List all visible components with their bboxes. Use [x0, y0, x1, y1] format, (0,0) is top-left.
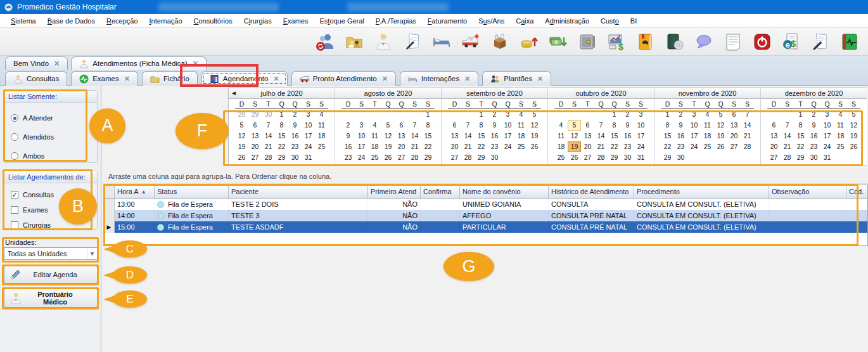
calendar-day[interactable]: 28 [262, 152, 275, 163]
calendar-day[interactable]: 2 [488, 109, 501, 120]
calendar-day[interactable]: 18 [315, 131, 328, 141]
calendar-day[interactable]: 1 [608, 109, 621, 120]
column-header-observacao[interactable]: Observação [769, 185, 846, 198]
calendar-day[interactable]: 9 [288, 120, 302, 131]
calendar-day[interactable]: 10 [355, 131, 368, 141]
calendar-day[interactable]: 10 [302, 120, 315, 131]
calendar-day[interactable]: 19 [235, 141, 248, 152]
calendar-day[interactable]: 18 [834, 131, 847, 141]
prontuario-medico-button[interactable]: Prontuário Médico [4, 289, 98, 308]
tab-atendimentos-ficha-médica-[interactable]: Atendimentos (Ficha Médica)✕ [71, 56, 207, 70]
calendar-day[interactable]: 9 [674, 120, 687, 131]
calendar-day[interactable]: 11 [834, 120, 847, 131]
menu-item-p-a-terapias[interactable]: P.A./Terapias [370, 15, 422, 27]
calendar-day[interactable]: 3 [634, 109, 648, 120]
menu-item-recep-o[interactable]: Recepção [101, 15, 144, 27]
calendar-day[interactable]: 8 [608, 120, 621, 131]
calendar-day[interactable]: 13 [727, 120, 741, 131]
calendar-day[interactable]: 19 [847, 131, 860, 141]
calendar-day[interactable]: 2 [674, 109, 687, 120]
menu-item-administra-o[interactable]: Administração [539, 15, 595, 27]
calendar-day[interactable]: 1 [275, 109, 288, 120]
calendar-day[interactable]: 28 [741, 141, 754, 152]
calendar-day[interactable]: 11 [554, 131, 568, 141]
calendar-day[interactable]: 19 [381, 141, 395, 152]
calendar-day[interactable]: 29 [661, 152, 674, 163]
billing-chart-icon[interactable]: $ [606, 31, 627, 53]
calendar-day[interactable]: 30 [288, 152, 302, 163]
calendar-day[interactable]: 5 [847, 109, 860, 120]
calendar-day[interactable]: 26 [235, 152, 248, 163]
calendar-day[interactable]: 15 [421, 131, 435, 141]
hospital-bed-icon[interactable] [431, 31, 452, 53]
calendar-day[interactable]: 25 [834, 141, 847, 152]
calendar-day[interactable]: 28 [781, 152, 794, 163]
calendar-day[interactable]: 7 [408, 120, 421, 131]
calendar-day[interactable]: 12 [714, 120, 727, 131]
calendar-day[interactable]: 17 [355, 141, 368, 152]
column-header-paciente[interactable]: Paciente [229, 185, 368, 198]
calendar-day[interactable]: 10 [820, 120, 834, 131]
menu-item-bi[interactable]: BI [625, 15, 642, 27]
doctor-icon[interactable] [373, 31, 394, 53]
tab-agendamento[interactable]: Agendamento✕ [201, 71, 288, 86]
calendar-day[interactable]: 20 [395, 141, 408, 152]
calendar-day[interactable]: 12 [847, 120, 860, 131]
calendar-day[interactable]: 15 [275, 131, 288, 141]
calendar-day[interactable]: 30 [807, 152, 820, 163]
calendar-day[interactable]: 27 [581, 152, 594, 163]
tab-pronto-atendimento[interactable]: Pronto Atendimento✕ [291, 71, 396, 86]
calendar-day[interactable]: 5 [528, 109, 541, 120]
appointment-row[interactable]: 13:00Fila de EsperaTESTE 2 DOISNÃOUNIMED… [104, 199, 867, 210]
calendar-day[interactable]: 23 [674, 141, 687, 152]
calendar-day[interactable]: 11 [368, 131, 381, 141]
calendar-day[interactable]: 29 [421, 152, 435, 163]
menu-item-sus-ans[interactable]: Sus/Ans [473, 15, 510, 27]
calendar-day[interactable]: 13 [248, 131, 262, 141]
calendar-day[interactable]: 2 [288, 109, 302, 120]
calendar-day[interactable]: 28 [408, 152, 421, 163]
chevron-down-icon[interactable]: ▼ [87, 248, 97, 259]
calendar-day[interactable]: 24 [355, 152, 368, 163]
calendar-day[interactable]: 31 [302, 152, 315, 163]
column-header-convenio[interactable]: Nome do convênio [460, 185, 549, 198]
calendar-day[interactable]: 16 [341, 141, 355, 152]
calendar-day[interactable]: 8 [794, 120, 807, 131]
calendar-day[interactable]: 12 [528, 120, 541, 131]
close-tab-icon[interactable]: ✕ [193, 60, 198, 68]
calendar-day[interactable]: 8 [475, 120, 488, 131]
calendar-day[interactable]: 7 [461, 120, 475, 131]
supplies-box-icon[interactable] [489, 31, 511, 53]
calendar-day[interactable]: 14 [781, 131, 794, 141]
radio-option-atendidos[interactable]: Atendidos [4, 133, 97, 141]
radio-icon[interactable] [11, 133, 18, 141]
calendar-day[interactable]: 15 [608, 131, 621, 141]
calendar-day[interactable]: 1 [661, 109, 674, 120]
calendar-day[interactable]: 27 [395, 152, 408, 163]
calendar-day[interactable]: 24 [820, 141, 834, 152]
chat-icon[interactable] [693, 31, 715, 53]
calendar-day[interactable]: 11 [701, 120, 714, 131]
calendar-day[interactable]: 15 [661, 131, 674, 141]
calendar-day[interactable]: 25 [701, 141, 714, 152]
calendar-day[interactable]: 21 [781, 141, 794, 152]
calendar-day[interactable]: 10 [501, 120, 514, 131]
calendar-day[interactable]: 1 [421, 109, 435, 120]
calendar-day[interactable]: 31 [820, 152, 834, 163]
calendar-day[interactable]: 4 [701, 109, 714, 120]
prescription-icon[interactable] [402, 31, 423, 53]
calendar-day[interactable]: 14 [262, 131, 275, 141]
menu-item-base-de-dados[interactable]: Base de Dados [42, 15, 101, 27]
calendar-day[interactable]: 29 [794, 152, 807, 163]
calendar-day[interactable]: 22 [475, 141, 488, 152]
calendar-day[interactable]: 3 [302, 109, 315, 120]
calendar-month-header[interactable]: dezembro de 2020 [761, 88, 867, 99]
menu-item-sistema[interactable]: Sistema [5, 15, 42, 27]
calendar-day[interactable]: 29 [608, 152, 621, 163]
calendar-day[interactable]: 18 [554, 141, 568, 152]
checkbox-icon[interactable] [11, 221, 18, 229]
calendar-day-selected[interactable]: 19 [568, 141, 581, 152]
calendar-day[interactable]: 7 [262, 120, 275, 131]
calendar-day[interactable]: 30 [341, 163, 355, 166]
calendar-day[interactable]: 6 [448, 120, 461, 131]
